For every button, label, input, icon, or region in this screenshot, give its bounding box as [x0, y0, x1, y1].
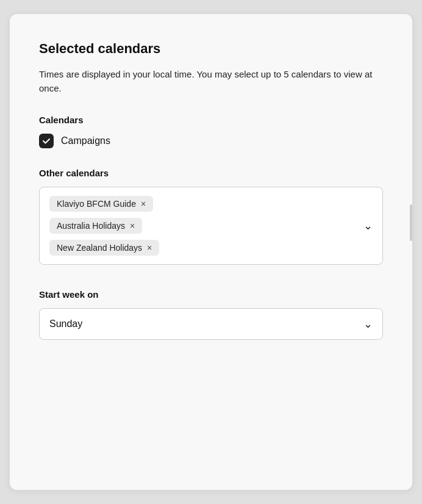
start-week-section: Start week on Sunday ⌄	[39, 289, 383, 340]
panel-description: Times are displayed in your local time. …	[39, 68, 383, 95]
campaigns-label: Campaigns	[61, 135, 110, 146]
tag-australia-holidays-remove[interactable]: ×	[130, 221, 135, 230]
other-calendars-chevron-down-icon[interactable]: ⌄	[363, 219, 373, 232]
tag-new-zealand-holidays-label: New Zealand Holidays	[57, 243, 142, 253]
tag-australia-holidays-label: Australia Holidays	[57, 221, 125, 231]
calendar-item-campaigns: Campaigns	[39, 134, 383, 148]
tag-new-zealand-holidays-remove[interactable]: ×	[147, 243, 152, 252]
tag-australia-holidays: Australia Holidays ×	[49, 218, 142, 234]
tag-new-zealand-holidays: New Zealand Holidays ×	[49, 240, 159, 256]
tag-klaviyo-bfcm: Klaviyo BFCM Guide ×	[49, 196, 153, 212]
calendars-section-label: Calendars	[39, 115, 383, 125]
tag-klaviyo-bfcm-label: Klaviyo BFCM Guide	[57, 199, 136, 209]
other-calendars-section: Other calendars Klaviyo BFCM Guide × Aus…	[39, 168, 383, 265]
start-week-chevron-down-icon: ⌄	[363, 317, 373, 331]
other-calendars-multiselect[interactable]: Klaviyo BFCM Guide × Australia Holidays …	[39, 187, 383, 265]
other-calendars-section-label: Other calendars	[39, 168, 383, 178]
start-week-label: Start week on	[39, 289, 383, 300]
tag-klaviyo-bfcm-remove[interactable]: ×	[141, 200, 146, 208]
start-week-selected-value: Sunday	[49, 319, 82, 329]
selected-calendars-panel: Selected calendars Times are displayed i…	[10, 14, 412, 490]
scrollbar[interactable]	[410, 204, 412, 241]
panel-title: Selected calendars	[39, 41, 383, 57]
campaigns-checkbox[interactable]	[39, 134, 54, 148]
start-week-select[interactable]: Sunday ⌄	[39, 308, 383, 340]
calendars-section: Calendars Campaigns	[39, 115, 383, 148]
